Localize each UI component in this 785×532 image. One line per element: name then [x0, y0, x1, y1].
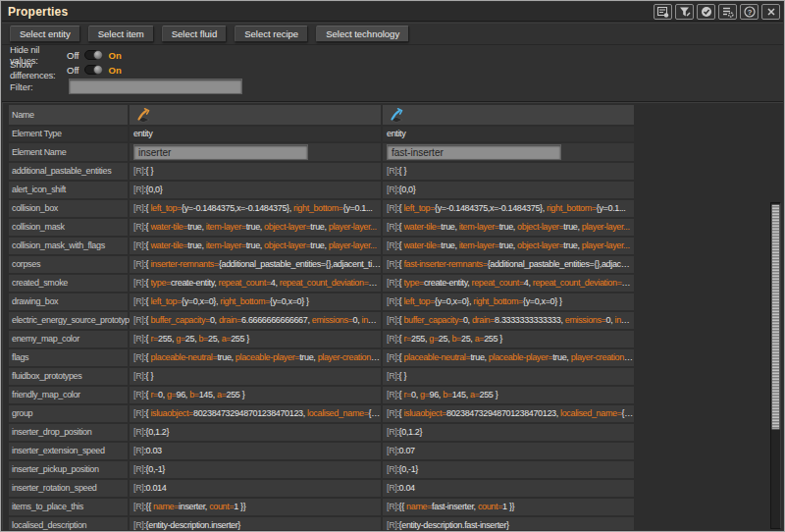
close-button[interactable]	[761, 4, 780, 20]
value-text: 0,	[463, 315, 472, 325]
value-key-text: left_top=	[150, 203, 182, 213]
property-value: [R]:{0,1.2}	[130, 424, 381, 441]
prototype-list-button[interactable]	[654, 4, 672, 20]
value-text: 145,	[199, 390, 217, 399]
value-key-text: b=	[189, 390, 199, 399]
confirm-button[interactable]	[697, 4, 715, 20]
value-key-text: object-layer=	[517, 240, 563, 250]
value-text: :{entity-description.fast-inserter}	[396, 520, 508, 530]
element-type-a: entity	[130, 127, 381, 141]
filter-input[interactable]	[69, 79, 242, 94]
table-row: alert_icon_shift[R]:{0,0}[R]:{0,0}	[9, 182, 636, 198]
property-value: [R]:{0,-1}	[383, 461, 634, 478]
property-value: [R]:{ left_top={y=-0.1484375,x=-0.148437…	[130, 200, 381, 217]
value-text: 255 }	[227, 390, 245, 399]
select-item-button[interactable]: Select item	[88, 26, 154, 42]
table-row: localised_description[R]:{entity-descrip…	[9, 517, 636, 530]
show-differences-toggle[interactable]	[84, 65, 103, 75]
value-text: 255,	[158, 334, 176, 344]
read-flag: [R]	[387, 390, 396, 399]
select-entity-button[interactable]: Select entity	[10, 26, 80, 42]
titlebar-buttons: ?	[654, 4, 780, 20]
select-fluid-button[interactable]: Select fluid	[162, 26, 227, 42]
value-text: 255 }	[231, 334, 249, 344]
value-key-text: placeable-player=	[489, 352, 552, 362]
hide-nil-toggle[interactable]	[84, 50, 103, 60]
value-text: true,	[187, 222, 205, 232]
read-flag: [R]	[133, 185, 143, 194]
property-value: [R]:{ isluaobject=8023847329487012384701…	[383, 405, 634, 422]
value-key-text: water-tile=	[150, 240, 187, 250]
table-row: enemy_map_color[R]:{ r=255, g=25, b=25, …	[9, 331, 636, 347]
property-name: drawing_box	[9, 293, 128, 310]
property-name: inserter_drop_position	[9, 424, 128, 441]
read-flag: [R]	[133, 520, 143, 530]
svg-text:?: ?	[747, 8, 752, 17]
value-text: :{0,1.2}	[143, 427, 169, 437]
property-value: [R]:0.03	[130, 443, 381, 459]
value-key-text: buffer_capacity=	[403, 315, 463, 325]
read-flag: [R]	[387, 259, 396, 269]
read-flag: [R]	[387, 427, 396, 437]
value-key-text: placeable-neutral=	[403, 352, 470, 362]
element-type-row: Element Type entity entity	[9, 127, 636, 141]
help-icon: ?	[744, 6, 756, 18]
value-key-text: isluaobject=	[403, 408, 446, 418]
show-differences-label: Show differences:	[10, 59, 67, 80]
properties-window: Properties	[0, 0, 785, 532]
scrollbar-thumb[interactable]	[771, 204, 780, 430]
value-key-text: left_top=	[403, 296, 435, 306]
property-name: fluidbox_prototypes	[9, 368, 128, 385]
vertical-scrollbar[interactable]	[770, 202, 781, 529]
element-name-a-input[interactable]	[133, 144, 308, 160]
value-text: 255 }	[480, 390, 498, 399]
value-key-text: type=	[403, 278, 424, 288]
value-text: fast-inserter,	[432, 502, 478, 511]
value-key-text: a=	[475, 334, 485, 344]
value-text: 6.6666666666667,	[241, 315, 312, 325]
value-text: true,	[246, 240, 264, 250]
table-row: corpses[R]:{ inserter-remnants={addition…	[9, 256, 636, 273]
value-key-text: player-layer...	[582, 240, 630, 250]
value-text: 4,	[524, 278, 533, 288]
property-value: [R]:{ r=0, g=96, b=145, a=255 }	[383, 387, 634, 403]
filter-row: Filter:	[10, 79, 242, 94]
value-text: 4,	[271, 278, 280, 288]
select-recipe-button[interactable]: Select recipe	[235, 26, 308, 42]
select-technology-button[interactable]: Select technology	[316, 26, 409, 42]
value-key-text: input...	[614, 315, 634, 325]
value-key-text: r=	[150, 390, 158, 399]
property-value: [R]:{ }	[130, 368, 381, 385]
value-text: :{ }	[396, 371, 406, 381]
value-text: {y=-0.1484375,x=-0.1484375},	[182, 203, 293, 213]
read-flag: [R]	[387, 315, 396, 325]
read-flag: [R]	[387, 502, 396, 511]
help-button[interactable]: ?	[740, 4, 759, 20]
property-value: [R]:{entity-description.fast-inserter}	[383, 517, 634, 530]
table-row: group[R]:{ isluaobject=80238473294870123…	[9, 405, 636, 422]
element-name-b-input[interactable]	[387, 144, 561, 160]
value-key-text: repeat_count_deviation=	[533, 278, 631, 288]
table-row: additional_pastable_entities[R]:{ }[R]:{…	[9, 163, 636, 180]
read-flag: [R]	[133, 352, 143, 362]
value-key-text: buffer_capacity=	[150, 315, 210, 325]
element-type-b: entity	[383, 127, 634, 141]
value-text: 0,	[210, 315, 219, 325]
settings-list-button[interactable]	[718, 4, 737, 20]
read-flag: [R]	[387, 483, 396, 493]
read-flag: [R]	[133, 259, 143, 269]
value-text: :0.03	[143, 446, 161, 455]
value-key-text: b=	[198, 334, 208, 344]
toggle-knob	[93, 65, 103, 75]
value-key-text: a=	[222, 334, 232, 344]
value-text: true,	[470, 352, 488, 362]
value-key-text: player-layer...	[329, 222, 377, 232]
value-key-text: right_bottom=	[293, 203, 343, 213]
prototype-list-icon	[657, 7, 669, 18]
value-text: :{0,0}	[143, 185, 162, 194]
value-text: :0.04	[396, 483, 414, 493]
filter-edit-button[interactable]	[675, 4, 694, 20]
title-bar: Properties	[2, 2, 783, 22]
property-value: [R]:{ r=0, g=96, b=145, a=255 }	[130, 387, 381, 403]
value-text: 802384732948701238470123,	[193, 408, 307, 418]
